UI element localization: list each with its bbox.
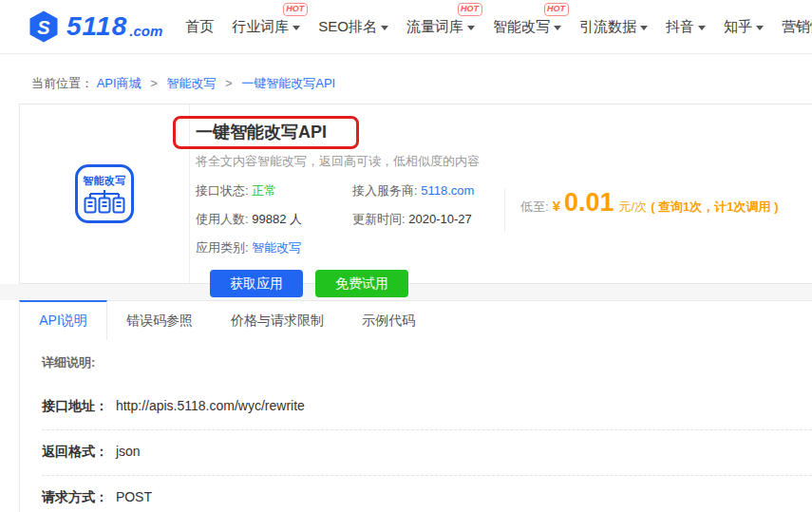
field-app-category: 应用类别: 智能改写 xyxy=(196,239,352,256)
logo-hexagon-icon: S xyxy=(27,9,61,44)
free-trial-button[interactable]: 免费试用 xyxy=(315,270,408,297)
top-navbar: S 5118 .com 首页 HOT 行业词库 SEO排名 HOT 流量词库 H… xyxy=(0,0,812,54)
status-value: 正常 xyxy=(252,183,276,198)
price-prefix: 低至: xyxy=(520,199,549,216)
site-logo[interactable]: S 5118 .com xyxy=(27,9,162,44)
nav-item-zhihu[interactable]: 知乎 xyxy=(724,18,764,36)
chevron-down-icon xyxy=(381,26,388,30)
price-currency-symbol: ¥ xyxy=(553,198,560,214)
product-title: 一键智能改写API xyxy=(196,120,812,144)
return-format-label: 返回格式： xyxy=(42,444,108,459)
chevron-down-icon xyxy=(293,26,300,30)
hot-badge: HOT xyxy=(283,3,308,16)
logo-suffix: .com xyxy=(129,23,162,39)
product-info-column: 一键智能改写API 将全文内容智能改写，返回高可读，低相似度的内容 接口状态: … xyxy=(189,104,812,283)
request-method-label: 请求方式： xyxy=(42,489,108,504)
nav-item-traffic-lexicon[interactable]: HOT 流量词库 xyxy=(406,18,475,36)
chevron-down-icon xyxy=(640,26,648,30)
endpoint-value: http://apis.5118.com/wyc/rewrite xyxy=(116,398,305,413)
chevron-down-icon xyxy=(554,26,561,30)
hot-badge: HOT xyxy=(544,3,569,16)
breadcrumb-link-api-store[interactable]: API商城 xyxy=(97,76,142,90)
nav-item-industry-lexicon[interactable]: HOT 行业词库 xyxy=(232,18,300,36)
tab-sample-code[interactable]: 示例代码 xyxy=(343,300,434,340)
svg-text:S: S xyxy=(37,17,50,38)
product-icon-column: 智能改写 xyxy=(20,104,189,283)
breadcrumb-prefix: 当前位置： xyxy=(31,76,93,90)
price-block: 低至: ¥ 0.01 元/次 ( 查询1次，计1次调用 ) xyxy=(504,188,779,232)
chevron-down-icon xyxy=(698,26,706,30)
tabs-section: API说明 错误码参照 价格与请求限制 示例代码 详细说明: 接口地址： htt… xyxy=(19,300,812,512)
price-unit: 元/次 xyxy=(619,199,648,216)
return-format-value: json xyxy=(116,444,141,459)
nav-item-douyin[interactable]: 抖音 xyxy=(666,18,706,36)
hot-badge: HOT xyxy=(458,3,482,16)
tab-bar-filler xyxy=(434,300,812,340)
document-tree-icon xyxy=(83,190,126,215)
breadcrumb-separator: > xyxy=(225,76,233,90)
product-fields: 接口状态: 正常 接入服务商: 5118.com 使用人数: 99882 人 更… xyxy=(196,182,504,256)
breadcrumb-link-current-page[interactable]: 一键智能改写API xyxy=(241,76,335,90)
app-icon-label: 智能改写 xyxy=(83,174,126,188)
logo-text: 5118 xyxy=(66,11,127,42)
product-description: 将全文内容智能改写，返回高可读，低相似度的内容 xyxy=(196,153,812,170)
nav-item-smart-rewrite[interactable]: HOT 智能改写 xyxy=(493,18,561,36)
detail-heading: 详细说明: xyxy=(42,354,812,385)
product-meta-row: 接口状态: 正常 接入服务商: 5118.com 使用人数: 99882 人 更… xyxy=(196,182,812,256)
user-count-value: 99882 人 xyxy=(252,212,302,226)
field-user-count: 使用人数: 99882 人 xyxy=(196,211,352,228)
api-row-return-format: 返回格式： json xyxy=(42,430,812,476)
price-amount: 0.01 xyxy=(564,188,614,218)
chevron-down-icon xyxy=(756,26,764,30)
tab-api-description[interactable]: API说明 xyxy=(19,300,107,340)
tab-error-codes[interactable]: 错误码参照 xyxy=(107,300,212,340)
api-row-request-method: 请求方式： POST xyxy=(42,476,812,512)
api-row-endpoint: 接口地址： http://apis.5118.com/wyc/rewrite xyxy=(42,385,812,430)
main-nav: 首页 HOT 行业词库 SEO排名 HOT 流量词库 HOT 智能改写 引流数据… xyxy=(185,18,812,36)
price-note: ( 查询1次，计1次调用 ) xyxy=(651,199,778,216)
action-buttons-row: 获取应用 免费试用 xyxy=(210,270,812,297)
tab-content-api-description: 详细说明: 接口地址： http://apis.5118.com/wyc/rew… xyxy=(19,340,812,512)
get-app-button[interactable]: 获取应用 xyxy=(210,270,303,297)
update-time-value: 2020-10-27 xyxy=(408,212,472,226)
breadcrumb: 当前位置： API商城 > 智能改写 > 一键智能改写API xyxy=(0,54,812,104)
field-api-status: 接口状态: 正常 xyxy=(196,182,352,199)
provider-link[interactable]: 5118.com xyxy=(421,183,474,198)
nav-item-marketing-intel[interactable]: 营销情报 xyxy=(782,18,812,36)
request-method-value: POST xyxy=(116,489,152,504)
nav-item-seo-rank[interactable]: SEO排名 xyxy=(318,18,388,36)
field-update-time: 更新时间: 2020-10-27 xyxy=(352,211,504,228)
endpoint-label: 接口地址： xyxy=(42,398,108,413)
product-card: 智能改写 一键智能改写API 将全文内容智能改写，返回高可读，低相似度的内容 接… xyxy=(19,104,812,284)
field-provider: 接入服务商: 5118.com xyxy=(352,182,504,199)
tab-pricing-limits[interactable]: 价格与请求限制 xyxy=(212,300,343,340)
nav-item-home[interactable]: 首页 xyxy=(185,18,214,36)
breadcrumb-link-smart-rewrite[interactable]: 智能改写 xyxy=(166,76,216,90)
category-link[interactable]: 智能改写 xyxy=(252,240,301,255)
smart-rewrite-app-icon: 智能改写 xyxy=(75,164,134,223)
nav-item-traffic-data[interactable]: 引流数据 xyxy=(579,18,648,36)
chevron-down-icon xyxy=(467,26,475,30)
tab-bar: API说明 错误码参照 价格与请求限制 示例代码 xyxy=(19,300,812,340)
breadcrumb-separator: > xyxy=(150,76,158,90)
